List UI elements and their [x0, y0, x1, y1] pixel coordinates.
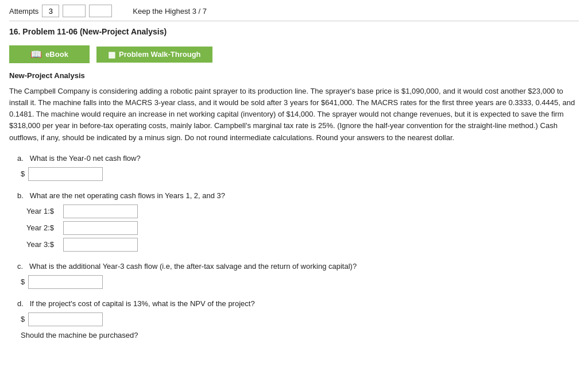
question-c-block: c. What is the additional Year-3 cash fl…: [9, 262, 579, 289]
section-title: New-Project Analysis: [9, 71, 579, 80]
question-d-input-row: $: [21, 312, 579, 326]
small-box-1[interactable]: [63, 5, 86, 17]
book-icon: 📖: [30, 49, 42, 60]
question-a-block: a. What is the Year-0 net cash flow? $: [9, 154, 579, 181]
question-a-input[interactable]: [28, 167, 103, 181]
question-d-line: d. If the project's cost of capital is 1…: [17, 299, 579, 308]
question-c-input-row: $: [21, 275, 579, 289]
button-row: 📖 eBook ▦ Problem Walk-Through: [9, 45, 579, 63]
question-d-followup-text: Should the machine be purchased?: [21, 331, 138, 339]
problem-text: The Campbell Company is considering addi…: [9, 86, 579, 144]
year-inputs: Year 1:$ Year 2:$ Year 3:$: [26, 204, 579, 252]
question-b-line: b. What are the net operating cash flows…: [17, 191, 579, 200]
question-a-dollar: $: [21, 169, 25, 178]
year1-label: Year 1:$: [26, 207, 61, 215]
year2-row: Year 2:$: [26, 221, 579, 235]
ebook-label: eBook: [45, 50, 68, 59]
question-c-input[interactable]: [28, 275, 103, 289]
question-a-text: What is the Year-0 net cash flow?: [30, 154, 141, 163]
attempts-label: Attempts: [9, 7, 38, 16]
question-d-input[interactable]: [28, 312, 103, 326]
ebook-button[interactable]: 📖 eBook: [9, 45, 90, 63]
question-b-letter: b.: [17, 191, 24, 200]
question-c-dollar: $: [21, 277, 25, 286]
question-d-dollar: $: [21, 315, 25, 323]
year1-row: Year 1:$: [26, 204, 579, 218]
question-c-text: What is the additional Year-3 cash flow …: [29, 262, 357, 271]
question-d-letter: d.: [17, 299, 24, 308]
problem-title: 16. Problem 11-06 (New-Project Analysis): [9, 27, 579, 36]
question-d-followup: Should the machine be purchased?: [21, 331, 579, 339]
keep-highest-label: Keep the Highest 3 / 7: [133, 7, 207, 16]
year3-row: Year 3:$: [26, 238, 579, 252]
year2-input[interactable]: [63, 221, 138, 235]
attempts-input[interactable]: [42, 5, 59, 17]
question-a-input-row: $: [21, 167, 579, 181]
question-d-block: d. If the project's cost of capital is 1…: [9, 299, 579, 339]
year3-input[interactable]: [63, 238, 138, 252]
small-box-2[interactable]: [89, 5, 112, 17]
walkthrough-label: Problem Walk-Through: [119, 50, 201, 59]
year3-label: Year 3:$: [26, 240, 61, 249]
question-a-letter: a.: [17, 154, 24, 163]
question-b-block: b. What are the net operating cash flows…: [9, 191, 579, 252]
question-c-letter: c.: [17, 262, 23, 271]
question-a-line: a. What is the Year-0 net cash flow?: [17, 154, 579, 163]
year1-input[interactable]: [63, 204, 138, 218]
walkthrough-button[interactable]: ▦ Problem Walk-Through: [96, 47, 212, 63]
walkthrough-icon: ▦: [108, 50, 115, 59]
year2-label: Year 2:$: [26, 223, 61, 232]
top-bar: Attempts Keep the Highest 3 / 7: [9, 5, 579, 21]
question-d-text: If the project's cost of capital is 13%,…: [30, 299, 255, 308]
question-b-text: What are the net operating cash flows in…: [30, 191, 225, 200]
question-c-line: c. What is the additional Year-3 cash fl…: [17, 262, 579, 271]
